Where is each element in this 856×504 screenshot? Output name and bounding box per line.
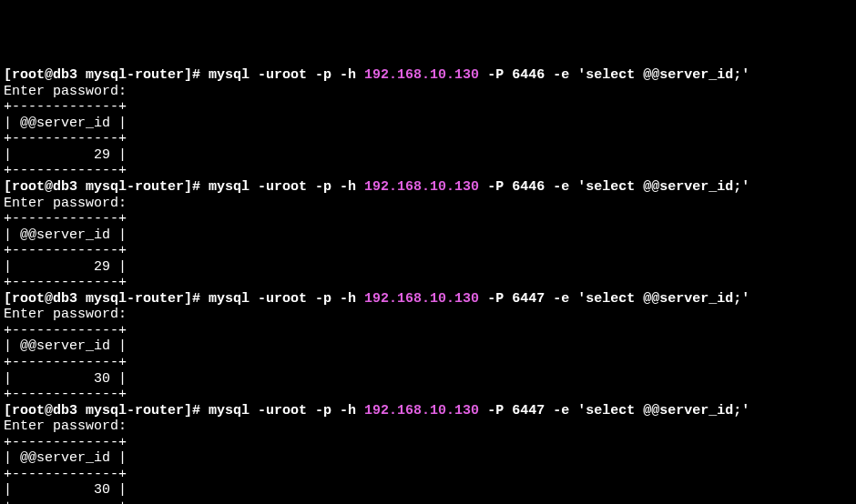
- block-1: [root@db3 mysql-router]# mysql -uroot -p…: [4, 179, 749, 290]
- ip-address: 192.168.10.130: [364, 179, 479, 195]
- table-header: | @@server_id |: [4, 116, 127, 131]
- table-value: | 30 |: [4, 371, 127, 387]
- password-prompt: Enter password:: [4, 196, 127, 211]
- table-value: | 29 |: [4, 259, 127, 275]
- block-0: [root@db3 mysql-router]# mysql -uroot -p…: [4, 67, 749, 178]
- table-value: | 29 |: [4, 147, 127, 163]
- cmd-after-ip: -P 6446 -e 'select @@server_id;': [479, 67, 749, 83]
- password-prompt: Enter password:: [4, 418, 127, 434]
- cmd-before-ip: mysql -uroot -p -h: [209, 403, 364, 418]
- table-border: +-------------+: [4, 275, 127, 290]
- prompt-open: [: [4, 179, 12, 195]
- ip-address: 192.168.10.130: [364, 67, 479, 83]
- table-border: +-------------+: [4, 355, 127, 370]
- cmd-before-ip: mysql -uroot -p -h: [209, 179, 364, 195]
- cmd-before-ip: mysql -uroot -p -h: [209, 291, 364, 307]
- table-border: +-------------+: [4, 387, 127, 402]
- table-border: +-------------+: [4, 499, 127, 504]
- block-2: [root@db3 mysql-router]# mysql -uroot -p…: [4, 291, 749, 402]
- table-header: | @@server_id |: [4, 338, 127, 354]
- table-border: +-------------+: [4, 323, 127, 338]
- prompt-user-host: root@db3 mysql-router: [12, 403, 184, 418]
- table-border: +-------------+: [4, 131, 127, 146]
- ip-address: 192.168.10.130: [364, 291, 479, 307]
- cmd-before-ip: mysql -uroot -p -h: [209, 67, 364, 83]
- table-header: | @@server_id |: [4, 227, 127, 243]
- prompt-user-host: root@db3 mysql-router: [12, 179, 184, 195]
- cmd-after-ip: -P 6446 -e 'select @@server_id;': [479, 179, 749, 195]
- password-prompt: Enter password:: [4, 84, 127, 99]
- ip-address: 192.168.10.130: [364, 403, 479, 418]
- prompt-close: ]#: [184, 291, 209, 307]
- table-border: +-------------+: [4, 467, 127, 482]
- terminal-output: [root@db3 mysql-router]# mysql -uroot -p…: [4, 67, 852, 504]
- password-prompt: Enter password:: [4, 307, 127, 322]
- prompt-user-host: root@db3 mysql-router: [12, 291, 184, 307]
- block-3: [root@db3 mysql-router]# mysql -uroot -p…: [4, 403, 749, 504]
- table-border: +-------------+: [4, 99, 127, 115]
- prompt-close: ]#: [184, 67, 209, 83]
- prompt-open: [: [4, 403, 12, 418]
- prompt-open: [: [4, 291, 12, 307]
- prompt-close: ]#: [184, 403, 209, 418]
- prompt-open: [: [4, 67, 12, 83]
- table-border: +-------------+: [4, 435, 127, 450]
- table-border: +-------------+: [4, 163, 127, 178]
- prompt-user-host: root@db3 mysql-router: [12, 67, 184, 83]
- prompt-close: ]#: [184, 179, 209, 195]
- cmd-after-ip: -P 6447 -e 'select @@server_id;': [479, 291, 749, 307]
- table-border: +-------------+: [4, 243, 127, 258]
- cmd-after-ip: -P 6447 -e 'select @@server_id;': [479, 403, 749, 418]
- table-header: | @@server_id |: [4, 450, 127, 466]
- table-border: +-------------+: [4, 211, 127, 227]
- table-value: | 30 |: [4, 482, 127, 498]
